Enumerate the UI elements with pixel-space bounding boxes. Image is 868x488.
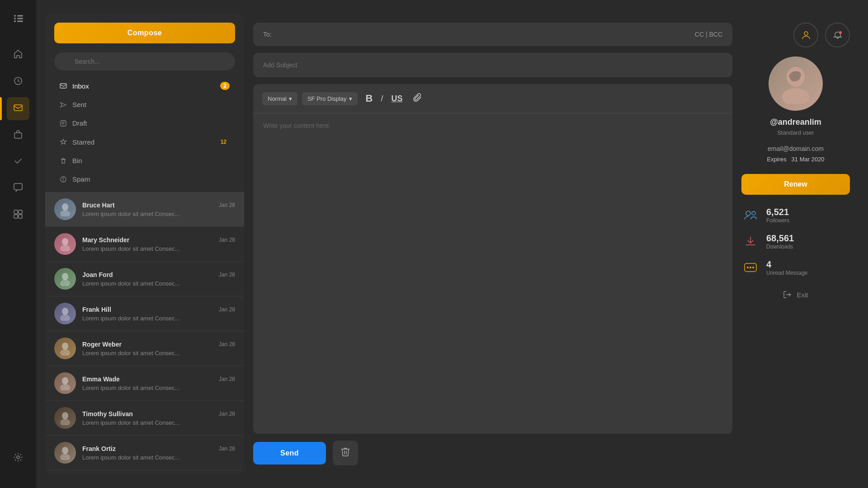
followers-label: Followers (766, 217, 789, 224)
list-item[interactable]: Joan Ford Jan 28 Lorem ipsum dolor sit a… (45, 262, 244, 296)
bold-button[interactable]: B (362, 90, 377, 107)
hamburger-menu-icon[interactable] (7, 9, 29, 30)
sidebar-item-chat[interactable] (7, 177, 29, 200)
sidebar-item-layout[interactable] (7, 204, 29, 227)
message-preview: Lorem ipsum dolor sit amet Consec... (82, 350, 235, 357)
sidebar-item-mail[interactable] (7, 97, 29, 120)
sidebar-item-home[interactable] (7, 44, 29, 67)
subject-input[interactable] (263, 61, 722, 69)
svg-point-41 (746, 211, 750, 216)
search-input[interactable] (54, 52, 235, 70)
profile-avatar (769, 56, 823, 111)
avatar (54, 407, 76, 429)
svg-point-21 (62, 238, 68, 245)
delete-button[interactable] (333, 441, 358, 465)
expires-date: 31 Mar 2020 (792, 156, 825, 163)
editor-content-area[interactable]: Write your content here. (253, 113, 732, 434)
message-name: Mary Schneider (82, 236, 129, 244)
svg-point-40 (782, 88, 809, 104)
message-preview: Lorem ipsum dolor sit amet Consec... (82, 315, 235, 322)
sidebar-item-bag[interactable] (7, 124, 29, 147)
svg-point-34 (60, 454, 70, 460)
svg-rect-1 (17, 15, 23, 17)
svg-point-44 (747, 267, 749, 268)
svg-rect-13 (19, 215, 22, 218)
messages-list: Bruce Hart Jan 28 Lorem ipsum dolor sit … (45, 192, 244, 474)
nav-item-draft[interactable]: Draft (54, 115, 235, 131)
notification-icon-button[interactable] (825, 23, 850, 47)
downloads-value: 68,561 (766, 233, 794, 244)
inbox-badge: 2 (220, 82, 230, 90)
svg-point-20 (60, 210, 70, 216)
message-content: Roger Weber Jan 28 Lorem ipsum dolor sit… (82, 341, 235, 357)
svg-rect-11 (19, 210, 22, 214)
nav-item-spam[interactable]: Spam (54, 171, 235, 188)
font-size-value: Normal (268, 95, 287, 102)
message-header: Timothy Sullivan Jan 28 (82, 410, 235, 418)
list-item[interactable]: Frank Hill Jan 28 Lorem ipsum dolor sit … (45, 296, 244, 331)
starred-label: Starred (72, 138, 212, 146)
svg-rect-5 (17, 21, 23, 22)
expires-label: Expires (767, 156, 786, 163)
svg-point-0 (14, 15, 16, 17)
message-name: Timothy Sullivan (82, 410, 133, 418)
svg-point-25 (62, 308, 68, 315)
exit-label: Exit (797, 291, 808, 299)
message-name: Frank Hill (82, 306, 111, 313)
compose-button[interactable]: Compose (54, 23, 235, 43)
nav-item-inbox[interactable]: Inbox 2 (54, 77, 235, 94)
message-date: Jan 28 (219, 341, 235, 347)
message-name: Frank Ortiz (82, 445, 116, 452)
mail-nav-list: Inbox 2 Sent Draft Starred (45, 77, 244, 192)
mail-panel: Compose Inbox 2 (45, 14, 244, 474)
to-input[interactable] (276, 31, 690, 38)
list-item[interactable]: Mary Schneider Jan 28 Lorem ipsum dolor … (45, 227, 244, 262)
svg-point-23 (62, 273, 68, 280)
attach-button[interactable] (411, 91, 425, 107)
svg-point-45 (750, 267, 751, 268)
followers-icon (741, 206, 760, 224)
svg-point-28 (60, 349, 70, 356)
compose-area: Compose (45, 14, 244, 52)
svg-rect-12 (14, 215, 18, 218)
message-content: Mary Schneider Jan 28 Lorem ipsum dolor … (82, 236, 235, 252)
message-header: Bruce Hart Jan 28 (82, 202, 235, 209)
list-item[interactable]: Roger Weber Jan 28 Lorem ipsum dolor sit… (45, 331, 244, 366)
list-item[interactable]: Bruce Hart Jan 28 Lorem ipsum dolor sit … (45, 192, 244, 227)
list-item[interactable]: Jonathan Patel Jan 28 Lorem ipsum dolor … (45, 470, 244, 474)
search-wrapper (54, 52, 235, 70)
user-icon-button[interactable] (793, 23, 818, 47)
sidebar-item-clock[interactable] (7, 70, 29, 94)
sidebar-narrow (0, 0, 36, 488)
list-item[interactable]: Frank Ortiz Jan 28 Lorem ipsum dolor sit… (45, 436, 244, 470)
avatar (54, 338, 76, 359)
svg-point-4 (14, 20, 16, 22)
nav-item-starred[interactable]: Starred 12 (54, 133, 235, 150)
svg-rect-7 (14, 105, 22, 111)
sidebar-nav-items (7, 44, 29, 442)
list-item[interactable]: Timothy Sullivan Jan 28 Lorem ipsum dolo… (45, 401, 244, 436)
send-button[interactable]: Send (253, 442, 326, 465)
stat-downloads: 68,561 Downloads (741, 232, 850, 250)
avatar (54, 233, 76, 255)
svg-point-37 (804, 32, 808, 35)
font-family-select[interactable]: SF Pro Display ▾ (302, 92, 358, 105)
nav-item-bin[interactable]: Bin (54, 152, 235, 169)
downloads-stat: 68,561 Downloads (766, 233, 794, 250)
renew-button[interactable]: Renew (741, 174, 850, 195)
list-item[interactable]: Emma Wade Jan 28 Lorem ipsum dolor sit a… (45, 366, 244, 401)
nav-item-sent[interactable]: Sent (54, 96, 235, 113)
inbox-label: Inbox (72, 82, 215, 90)
underline-button[interactable]: US (388, 92, 406, 106)
starred-badge: 12 (217, 138, 230, 146)
sidebar-item-settings[interactable] (7, 447, 29, 470)
exit-button[interactable]: Exit (778, 286, 812, 304)
sidebar-item-check[interactable] (7, 150, 29, 174)
cc-bcc-actions[interactable]: CC | BCC (695, 31, 722, 38)
downloads-label: Downloads (766, 244, 794, 250)
profile-username: @andreanlim (770, 117, 821, 127)
svg-rect-16 (60, 84, 66, 88)
font-size-select[interactable]: Normal ▾ (262, 92, 297, 105)
compose-panel: To: CC | BCC Normal ▾ SF Pro Display ▾ B… (253, 14, 732, 474)
message-date: Jan 28 (219, 376, 235, 382)
